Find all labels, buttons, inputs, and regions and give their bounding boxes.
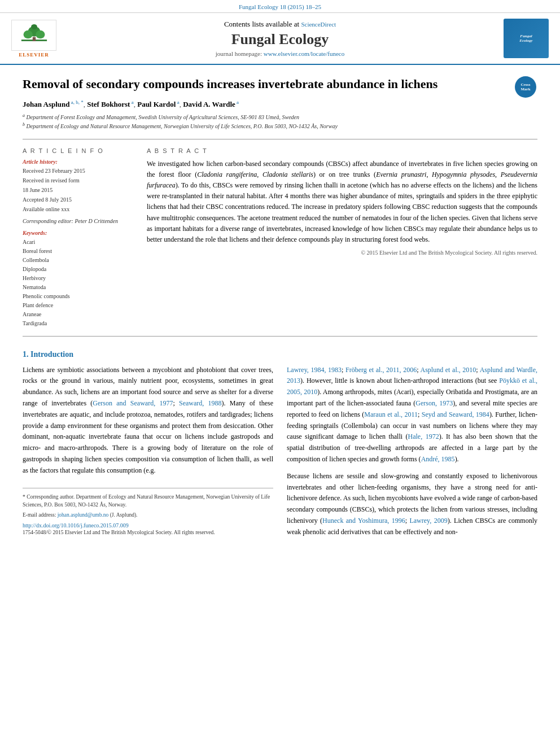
- svg-point-3: [36, 30, 45, 38]
- journal-header: ELSEVIER Contents lists available at Sci…: [0, 13, 560, 65]
- authors-line: Johan Asplund a, b, *, Stef Bokhorst a, …: [23, 99, 537, 109]
- ref-asplund-2010[interactable]: Asplund et al., 2010: [420, 366, 476, 374]
- keyword-araneae: Araneae: [23, 310, 135, 319]
- ref-andre-1985[interactable]: André, 1985: [421, 455, 455, 463]
- author-4-name: David A. Wardle: [183, 100, 235, 108]
- contents-label: Contents lists available at: [224, 20, 301, 28]
- paper-title: Removal of secondary compounds increases…: [23, 76, 438, 93]
- divider-1: [23, 139, 537, 139]
- paper-container: Removal of secondary compounds increases…: [0, 65, 560, 555]
- abstract-header: A B S T R A C T: [147, 147, 537, 154]
- available-online: Available online xxx: [23, 205, 135, 213]
- affiliations: a Department of Forest Ecology and Manag…: [23, 112, 537, 131]
- received-revised-label: Received in revised form: [23, 176, 135, 185]
- author-1-name: Johan Asplund: [23, 100, 69, 108]
- keyword-tardigrada: Tardigrada: [23, 319, 135, 328]
- revised-date: 18 June 2015: [23, 186, 135, 194]
- ref-maraun[interactable]: Maraun et al., 2011: [364, 410, 418, 418]
- keyword-diplopoda: Diplopoda: [23, 265, 135, 274]
- keyword-phenolic: Phenolic compounds: [23, 292, 135, 301]
- svg-point-2: [23, 30, 32, 38]
- doi-line: http://dx.doi.org/10.1016/j.funeco.2015.…: [23, 522, 273, 528]
- journal-title: Fungal Ecology: [68, 31, 492, 48]
- intro-para-1: Lichens are symbiotic associations betwe…: [23, 365, 273, 477]
- svg-point-5: [31, 24, 37, 29]
- abstract-column: A B S T R A C T We investigated how lich…: [147, 147, 537, 328]
- accepted-date: Accepted 8 July 2015: [23, 195, 135, 204]
- intro-para-3: Because lichens are sessile and slow-gro…: [287, 471, 537, 538]
- ref-lawrey-1984[interactable]: Lawrey, 1984, 1983: [287, 366, 342, 374]
- intro-heading: Introduction: [30, 350, 73, 359]
- journal-center: Contents lists available at ScienceDirec…: [56, 20, 504, 57]
- science-direct-link[interactable]: ScienceDirect: [301, 21, 336, 28]
- author-2-name: Stef Bokhorst: [87, 100, 130, 108]
- ref-seyd-seaward[interactable]: Seyd and Seaward, 1984: [422, 410, 489, 418]
- crossmark-badge: CrossMark: [515, 76, 537, 99]
- intro-para-2: Lawrey, 1984, 1983; Fröberg et al., 2011…: [287, 365, 537, 465]
- journal-logo-right: FungalEcology: [504, 19, 549, 58]
- article-info-header: A R T I C L E I N F O: [23, 147, 135, 154]
- homepage-url[interactable]: www.elsevier.com/locate/funeco: [264, 50, 344, 57]
- homepage-label: journal homepage:: [216, 50, 264, 57]
- journal-reference: Fungal Ecology 18 (2015) 18–25: [0, 0, 560, 13]
- journal-ref-text: Fungal Ecology 18 (2015) 18–25: [239, 3, 321, 10]
- species-3: Evernia prunastri: [376, 171, 426, 178]
- elsevier-logo-box: ELSEVIER: [11, 20, 56, 58]
- elsevier-label: ELSEVIER: [19, 52, 49, 58]
- keywords-list: Acari Boreal forest Collembola Diplopoda…: [23, 238, 135, 328]
- keyword-collembola: Collembola: [23, 256, 135, 265]
- keyword-plant: Plant defence: [23, 301, 135, 310]
- title-row: Removal of secondary compounds increases…: [23, 76, 537, 99]
- contents-available: Contents lists available at ScienceDirec…: [68, 20, 492, 29]
- author-1-sup: a, b, *: [69, 99, 83, 105]
- article-info-column: A R T I C L E I N F O Article history: R…: [23, 147, 135, 328]
- copyright-text: © 2015 Elsevier Ltd and The British Myco…: [147, 250, 537, 256]
- svg-rect-4: [32, 37, 35, 41]
- author-4-sup: a: [235, 99, 239, 105]
- two-column-section: A R T I C L E I N F O Article history: R…: [23, 147, 537, 328]
- intro-columns: Lichens are symbiotic associations betwe…: [23, 365, 537, 544]
- ref-poykkö[interactable]: Pöykkö et al., 2005, 2010: [287, 377, 537, 396]
- ref-lawrey-2009[interactable]: Lawrey, 2009: [409, 517, 447, 525]
- keyword-nematoda: Nematoda: [23, 283, 135, 292]
- affiliation-b: b Department of Ecology and Natural Reso…: [23, 121, 537, 130]
- intro-left-column: Lichens are symbiotic associations betwe…: [23, 365, 273, 544]
- ref-seaward-1988[interactable]: Seaward, 1988: [179, 399, 222, 407]
- abstract-text: We investigated how lichen carbon-based …: [147, 159, 537, 246]
- email-link[interactable]: johan.asplund@umb.no: [58, 512, 109, 518]
- doi-link[interactable]: http://dx.doi.org/10.1016/j.funeco.2015.…: [23, 522, 129, 528]
- issn-line: 1754-5048/© 2015 Elsevier Ltd and The Br…: [23, 530, 273, 535]
- keyword-herbivory: Herbivory: [23, 274, 135, 283]
- corresponding-editor: Corresponding editor: Peter D Crittenden: [23, 218, 135, 224]
- intro-title: 1. Introduction: [23, 350, 537, 359]
- crossmark-icon: CrossMark: [515, 76, 536, 98]
- received-date: Received 23 February 2015: [23, 167, 135, 175]
- history-label: Article history:: [23, 159, 135, 165]
- divider-2: [23, 336, 537, 337]
- species-2: Cladonia stellaris: [262, 171, 313, 178]
- ref-huneck[interactable]: Huneck and Yoshimura, 1996: [322, 517, 405, 525]
- species-1: Cladonia rangiferina: [197, 171, 257, 178]
- intro-number: 1.: [23, 350, 29, 359]
- footnote-email: E-mail address: johan.asplund@umb.no (J.…: [23, 511, 273, 519]
- affiliation-a: a Department of Forest Ecology and Manag…: [23, 112, 537, 121]
- intro-right-column: Lawrey, 1984, 1983; Fröberg et al., 2011…: [287, 365, 537, 544]
- keyword-boreal: Boreal forest: [23, 247, 135, 256]
- author-3-name: Paul Kardol: [137, 100, 176, 108]
- elsevier-tree-icon: [19, 24, 50, 46]
- introduction-section: 1. Introduction Lichens are symbiotic as…: [23, 350, 537, 544]
- ref-gerson-seaward[interactable]: Gerson and Seaward, 1977: [93, 399, 173, 407]
- footnote-star: * Corresponding author. Department of Ec…: [23, 493, 273, 509]
- keywords-label: Keywords:: [23, 230, 135, 236]
- footnote-area: * Corresponding author. Department of Ec…: [23, 488, 273, 519]
- keyword-acari: Acari: [23, 238, 135, 247]
- logo-fungal-text: FungalEcology: [519, 34, 532, 43]
- ref-gerson-1973[interactable]: Gerson, 1973: [415, 399, 453, 407]
- elsevier-image: [11, 20, 56, 51]
- ref-froberg[interactable]: Fröberg et al., 2011, 2006: [345, 366, 417, 374]
- species-4: Hypogymnia physodes: [432, 171, 495, 178]
- ref-hale-1972[interactable]: Hale, 1972: [408, 433, 439, 440]
- journal-homepage: journal homepage: www.elsevier.com/locat…: [68, 50, 492, 57]
- email-suffix: (J. Asplund).: [110, 512, 138, 518]
